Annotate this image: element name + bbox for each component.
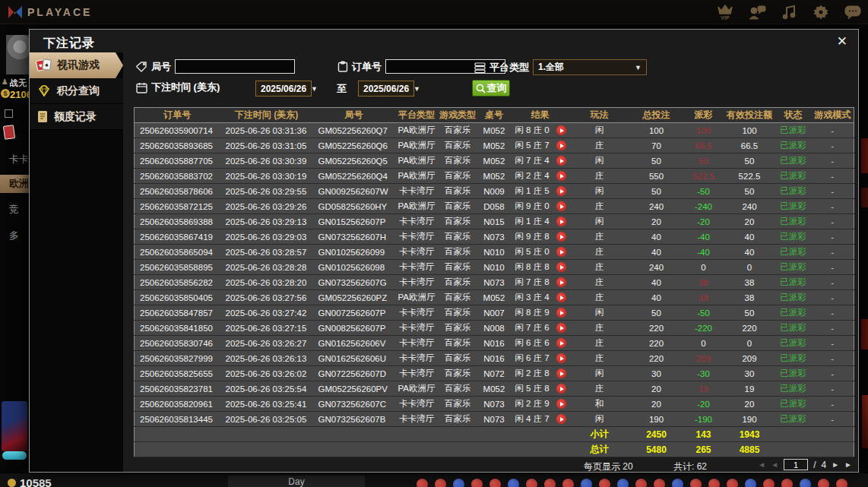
diamond-icon	[36, 85, 52, 97]
date-to-select[interactable]: 2025/06/26 ▼	[358, 81, 414, 96]
tab-label: 额度记录	[54, 110, 97, 124]
lobby-nav-europe[interactable]: 欧洲	[0, 175, 29, 193]
table-row: 2506260359007142025-06-26 03:31:36GM0522…	[135, 123, 854, 138]
music-icon[interactable]	[780, 3, 798, 21]
replay-icon[interactable]	[556, 293, 566, 302]
magnifier-icon	[476, 84, 486, 93]
lobby-nav-jing[interactable]: 竞	[0, 201, 29, 219]
playing-cards-icon: ♥♠	[36, 59, 52, 72]
replay-icon[interactable]	[556, 232, 566, 242]
bead-icon	[654, 479, 665, 487]
lobby-nav-kaka[interactable]: 卡卡	[0, 150, 29, 169]
vip-icon[interactable]: VIP	[716, 3, 734, 21]
roadmap-beads	[417, 479, 847, 487]
day-selector[interactable]: Day	[228, 476, 365, 487]
dialog-title: 下注记录	[43, 36, 95, 52]
topbar: PLAYACE VIP	[0, 0, 868, 24]
bead-icon	[471, 479, 483, 487]
per-page-label: 每页显示 20	[584, 460, 633, 473]
last-page-icon[interactable]: ►	[844, 460, 852, 469]
replay-icon[interactable]	[556, 201, 566, 211]
pager: ◄ ◄ / 4 ► ►	[758, 459, 852, 470]
replay-icon[interactable]	[556, 217, 566, 226]
date-from-value: 2025/06/26	[261, 84, 306, 94]
tab-video-games[interactable]: ♥♠ 视讯游戏	[30, 52, 123, 78]
page-input[interactable]	[784, 459, 808, 470]
bead-icon	[708, 479, 720, 487]
replay-icon[interactable]	[556, 414, 566, 424]
replay-icon[interactable]	[556, 171, 566, 181]
bead-icon	[818, 479, 829, 487]
lobby-nav-duo[interactable]: 多	[0, 226, 29, 245]
search-button[interactable]: 查询	[472, 80, 510, 96]
bead-icon	[617, 479, 629, 487]
svg-text:VIP: VIP	[721, 15, 730, 21]
col-bet: 总投注	[630, 108, 683, 123]
cards-icon[interactable]	[3, 125, 15, 140]
playace-logo[interactable]: PLAYACE	[8, 5, 92, 19]
promo-banner[interactable]	[2, 401, 27, 451]
replay-icon[interactable]	[556, 262, 566, 272]
col-payout: 派彩	[683, 108, 724, 123]
tab-quota-records[interactable]: 额度记录	[30, 104, 123, 130]
prev-page-icon[interactable]: ◄	[771, 460, 778, 469]
col-status: 状态	[775, 108, 812, 123]
replay-icon[interactable]	[556, 384, 566, 394]
page-total: 4	[822, 460, 827, 470]
table-row: 2506260358504052025-06-26 03:27:56GM0522…	[135, 290, 854, 305]
subtotal-row: 小计24501431943	[135, 427, 854, 442]
replay-icon[interactable]	[556, 308, 566, 318]
replay-icon[interactable]	[556, 353, 566, 363]
replay-icon[interactable]	[556, 277, 566, 287]
dialog-sidebar: ♥♠ 视讯游戏 积分查询 额度记录	[30, 52, 123, 472]
table-row: 2506260358418502025-06-26 03:27:15GN0082…	[135, 321, 854, 336]
search-label: 查询	[487, 81, 507, 95]
lobby-right-sliver	[861, 188, 868, 207]
replay-icon[interactable]	[556, 156, 566, 166]
table-row: 2506260358936852025-06-26 03:31:05GM0522…	[135, 138, 854, 153]
screen: PLAYACE VIP ♟ 战无 $ 2106 卡卡	[0, 0, 868, 487]
calendar-icon	[136, 82, 147, 93]
platform-select[interactable]: 1.全部 ▼	[533, 59, 647, 75]
edit-icon[interactable]	[5, 109, 13, 118]
chat-icon[interactable]	[844, 3, 862, 21]
table-row: 2506260358279992025-06-26 03:26:13GN0162…	[135, 351, 854, 366]
table-row: 2506260358674192025-06-26 03:29:03GN0732…	[135, 229, 854, 245]
chip-icon	[8, 479, 16, 487]
table-row: 2506260358562822025-06-26 03:28:20GN0732…	[135, 275, 854, 290]
close-icon[interactable]: ✕	[837, 34, 847, 49]
replay-icon[interactable]	[556, 399, 566, 409]
first-page-icon[interactable]: ◄	[758, 460, 765, 469]
service-icon[interactable]	[748, 3, 766, 21]
avatar	[6, 35, 29, 74]
settings-icon[interactable]	[812, 3, 830, 21]
replay-icon[interactable]	[556, 125, 566, 135]
replay-icon[interactable]	[556, 186, 566, 196]
round-input[interactable]	[175, 59, 295, 74]
round-filter: 局号	[136, 59, 295, 74]
tab-points-query[interactable]: 积分查询	[30, 78, 123, 104]
coin-icon: $	[1, 89, 10, 98]
date-to-value: 2025/06/26	[363, 84, 409, 94]
table-row: 2506260358478572025-06-26 03:27:42GN0072…	[135, 305, 854, 321]
col-time: 下注时间 (美东)	[220, 108, 313, 123]
lobby-right-sliver	[862, 395, 868, 448]
replay-icon[interactable]	[556, 247, 566, 257]
replay-icon[interactable]	[556, 323, 566, 333]
replay-icon[interactable]	[556, 141, 566, 150]
replay-icon[interactable]	[556, 368, 566, 378]
replay-icon[interactable]	[556, 338, 566, 348]
date-from-select[interactable]: 2025/06/26 ▼	[255, 81, 312, 96]
total-row: 总计54802654885	[135, 442, 854, 457]
lobby-left-strip: ♟ 战无 $ 2106 卡卡 欧洲 竞 多	[0, 24, 29, 473]
records-table: 订单号 下注时间 (美东) 局号 平台类型 游戏类型 桌号 结果 玩法 总投注 …	[134, 107, 854, 457]
next-page-icon[interactable]: ►	[832, 460, 839, 469]
user-icon: ♟	[2, 77, 8, 86]
pagination-bar: 每页显示 20 共计: 62 ◄ ◄ / 4 ► ►	[134, 459, 854, 473]
table-balance: 10585	[20, 476, 52, 487]
chevron-down-icon: ▼	[635, 64, 641, 71]
col-playtype: 玩法	[569, 108, 630, 123]
bead-icon	[635, 479, 647, 487]
bead-icon	[690, 479, 702, 487]
promo-button[interactable]	[2, 451, 27, 460]
